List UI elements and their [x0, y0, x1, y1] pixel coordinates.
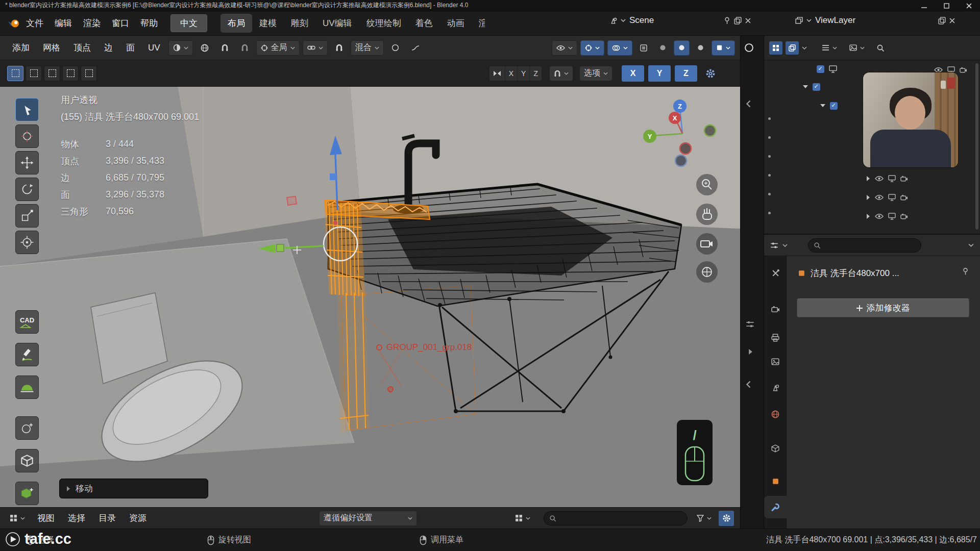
blender-logo-icon[interactable]: [7, 18, 20, 29]
tab-object[interactable]: [766, 472, 785, 490]
select-mode-new[interactable]: [7, 66, 23, 81]
menu-render[interactable]: 渲染: [78, 12, 106, 35]
properties-search-input[interactable]: [823, 241, 916, 250]
tab-output[interactable]: [766, 329, 785, 347]
workspace-tab-shading[interactable]: 着色: [408, 14, 440, 33]
properties-editor-chevron[interactable]: [782, 244, 788, 247]
tab-tool[interactable]: [766, 264, 785, 282]
add-modifier-button[interactable]: 添加修改器: [797, 298, 969, 317]
zoom-button[interactable]: [696, 174, 718, 195]
viewlayer-dropdown-chevron[interactable]: [806, 19, 812, 22]
eye-icon[interactable]: [875, 194, 884, 201]
tab-render[interactable]: [766, 300, 785, 318]
snap-toggle[interactable]: [331, 40, 348, 56]
scene-name[interactable]: Scene: [629, 15, 654, 26]
tool-add-circle[interactable]: [15, 416, 39, 440]
mirror-x-toggle[interactable]: X: [505, 66, 518, 81]
header-circle-icon[interactable]: [744, 43, 754, 53]
asset-menu-catalog[interactable]: 目录: [93, 508, 121, 529]
outliner-row-object[interactable]: [866, 191, 908, 204]
import-method-dropdown[interactable]: 遵循偏好设置: [319, 511, 417, 526]
snap-increment-icon[interactable]: [216, 40, 233, 56]
language-button[interactable]: 中文: [170, 14, 207, 32]
outliner-search-icon[interactable]: [876, 44, 885, 52]
expand-arrow-icon[interactable]: [866, 176, 870, 181]
menu-uv[interactable]: UV: [143, 36, 165, 60]
strip-arrow-icon[interactable]: [748, 349, 753, 355]
menu-mesh[interactable]: 网格: [38, 36, 65, 60]
workspace-tab-texture-paint[interactable]: 纹理绘制: [359, 14, 408, 33]
breadcrumb-object-name[interactable]: 洁具 洗手台480x700 ...: [811, 267, 899, 279]
properties-options-chevron[interactable]: [968, 243, 974, 247]
display-size-dropdown[interactable]: [510, 511, 535, 526]
workspace-tab-rendering[interactable]: 渲染: [472, 14, 485, 33]
tab-viewlayer[interactable]: [766, 353, 785, 371]
asset-filter-dropdown[interactable]: [692, 511, 716, 526]
editor-type-dropdown[interactable]: [5, 511, 30, 526]
menu-edit[interactable]: 编辑: [49, 12, 78, 35]
workspace-tab-modeling[interactable]: 建模: [252, 14, 284, 33]
xray-toggle[interactable]: [635, 40, 652, 56]
asset-menu-asset[interactable]: 资源: [124, 508, 152, 529]
red-handle[interactable]: [287, 196, 297, 205]
tool-falloff-dropdown[interactable]: [168, 40, 193, 56]
scene-unlink-icon[interactable]: [745, 18, 751, 23]
operator-panel-move[interactable]: 移动: [59, 479, 208, 498]
visibility-dropdown[interactable]: [552, 40, 577, 56]
row-checkbox[interactable]: [830, 102, 838, 110]
expand-triangle-icon[interactable]: [820, 104, 825, 108]
monitor-icon[interactable]: [888, 175, 896, 182]
select-mode-intersect[interactable]: [81, 66, 97, 81]
outliner-filter-blue-toggle-1[interactable]: [769, 41, 782, 55]
viewlayer-copy-icon[interactable]: [938, 17, 946, 24]
menu-help[interactable]: 帮助: [135, 12, 163, 35]
collection-checkbox[interactable]: [817, 65, 824, 73]
expand-arrow-icon[interactable]: [866, 214, 870, 219]
properties-search[interactable]: [808, 238, 921, 253]
close-button[interactable]: [958, 0, 980, 11]
viewlayer-name[interactable]: ViewLayer: [815, 15, 855, 26]
tool-cad[interactable]: CAD: [15, 310, 39, 334]
scene-dropdown-chevron[interactable]: [621, 19, 626, 22]
mirror-z-toggle[interactable]: Z: [530, 66, 542, 81]
menu-file[interactable]: 文件: [20, 12, 49, 35]
orientation-globe-icon[interactable]: [196, 40, 213, 56]
select-mode-subtract[interactable]: [44, 66, 60, 81]
tool-add-cube[interactable]: [15, 449, 39, 472]
properties-editor-icon[interactable]: [770, 242, 778, 249]
workspace-tab-layout[interactable]: 布局: [220, 14, 252, 33]
render-camera-icon[interactable]: [900, 194, 908, 201]
workspace-tab-animation[interactable]: 动画: [440, 14, 472, 33]
asset-search-input[interactable]: [559, 514, 682, 523]
render-camera-icon[interactable]: [900, 213, 908, 219]
axis-x-button[interactable]: X: [622, 65, 644, 82]
tab-scene[interactable]: [766, 379, 785, 397]
render-camera-icon[interactable]: [900, 176, 908, 182]
blend-dropdown[interactable]: 混合: [351, 40, 384, 56]
outliner-filter-blue-toggle-2[interactable]: [786, 41, 799, 55]
tool-add-primitive-green[interactable]: [15, 482, 39, 505]
eye-icon[interactable]: [875, 176, 884, 182]
transform-orientation-dropdown[interactable]: 全局: [256, 40, 300, 56]
pan-hand-button[interactable]: [696, 204, 718, 225]
tab-collection[interactable]: [766, 439, 785, 458]
outliner-mode-chevron[interactable]: [802, 46, 807, 49]
snap-vertex-icon[interactable]: [236, 40, 253, 56]
monitor-icon[interactable]: [888, 194, 896, 201]
eye-icon[interactable]: [875, 213, 884, 219]
menu-vertex[interactable]: 顶点: [68, 36, 96, 60]
tool-settings-gear-icon[interactable]: [705, 68, 716, 79]
select-mode-extend[interactable]: [26, 66, 42, 81]
menu-window[interactable]: 窗口: [106, 12, 135, 35]
row-checkbox[interactable]: [813, 83, 820, 91]
outliner-display-mode-dropdown[interactable]: [817, 40, 842, 56]
tool-move[interactable]: [15, 151, 39, 174]
shading-wireframe-icon[interactable]: [655, 40, 671, 56]
tool-select-box[interactable]: [15, 98, 39, 121]
expand-triangle-icon[interactable]: [803, 85, 808, 89]
snap-options-dropdown[interactable]: [549, 66, 573, 81]
tool-measure[interactable]: [15, 375, 39, 399]
sidebar-expand-chevron-top[interactable]: [746, 100, 751, 108]
menu-edge[interactable]: 边: [99, 36, 118, 60]
tab-modifiers[interactable]: [766, 498, 785, 516]
